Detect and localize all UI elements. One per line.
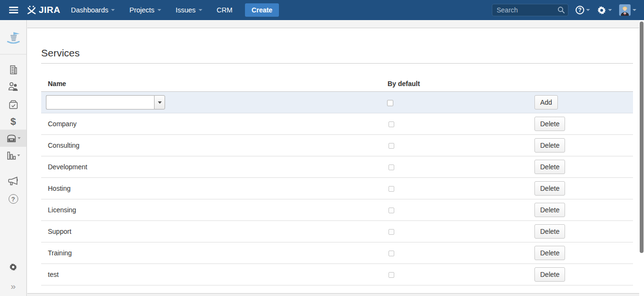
title-divider [41,63,633,64]
delete-button[interactable]: Delete [534,181,565,196]
service-name: Support [48,228,71,235]
vertical-scrollbar-thumb[interactable] [640,22,644,253]
delete-button[interactable]: Delete [534,224,565,239]
name-column-header: Name [41,80,385,88]
sidebar-item-help[interactable]: ? [0,190,26,208]
service-name: Licensing [48,206,76,214]
chevron-down-icon [111,9,115,11]
services-table-body: Company Delete Consulting Delete Develop… [41,113,633,285]
services-table: Name By default Add Com [41,76,633,285]
service-name: Company [48,120,77,128]
crm-logo-icon [5,29,22,45]
sidebar-item-products[interactable] [0,96,26,113]
service-row: test Delete [41,264,633,285]
delete-button[interactable]: Delete [534,117,565,131]
search-input[interactable] [492,4,568,16]
service-by-default-checkbox[interactable] [389,164,394,170]
service-row: Company Delete [41,113,633,135]
nav-projects[interactable]: Projects [129,6,161,14]
service-row: Development Delete [41,156,633,178]
sidebar-item-settings[interactable] [0,258,26,275]
service-row: Licensing Delete [41,199,633,221]
sidebar-item-contacts[interactable] [0,77,26,95]
service-name: Hosting [48,185,70,192]
megaphone-icon [8,176,19,186]
service-by-default-checkbox[interactable] [389,143,394,149]
crm-app-logo[interactable] [0,20,26,55]
question-icon: ? [9,194,18,204]
chevron-down-icon [633,9,636,11]
service-name: test [48,271,59,278]
table-header-row: Name By default [41,76,633,92]
help-menu[interactable]: ? [576,6,590,14]
quick-search [492,4,568,16]
delete-button[interactable]: Delete [534,203,565,217]
jira-logo[interactable]: JIRA [27,5,60,15]
new-service-by-default-checkbox[interactable] [387,100,393,106]
chevron-down-icon [608,9,612,11]
main-panel: Services Name By default Add [27,28,639,296]
drawer-icon [6,134,17,143]
add-service-row: Add [41,92,633,113]
new-service-input[interactable] [46,95,154,110]
service-by-default-checkbox[interactable] [389,251,394,256]
service-row: Training Delete [41,242,633,264]
new-service-combobox [46,95,385,110]
service-row: Support Delete [41,221,633,242]
service-name: Development [48,163,88,171]
footer-strip [27,293,639,296]
chevron-down-icon [17,154,20,156]
chevron-down-icon [158,101,162,104]
delete-button[interactable]: Delete [534,138,565,153]
dollar-icon: $ [11,116,16,127]
double-chevron-right-icon: » [11,282,16,291]
gear-icon [597,6,606,15]
jira-charlie-icon [27,5,36,15]
gear-icon [9,263,17,271]
main-navigation: Dashboards Projects Issues CRM [71,6,233,14]
navbar-right-group: ? [492,4,636,16]
service-name: Consulting [48,142,79,149]
service-by-default-checkbox[interactable] [389,121,394,127]
brand-text: JIRA [39,5,60,15]
create-button[interactable]: Create [245,3,279,17]
service-by-default-checkbox[interactable] [389,186,394,192]
crm-sidebar: $ ? » [0,20,27,296]
vertical-scrollbar-track [639,20,644,296]
sidebar-collapse-toggle[interactable]: » [0,277,26,295]
nav-issues[interactable]: Issues [176,6,202,14]
avatar [619,4,631,16]
help-icon: ? [576,6,584,14]
delete-button[interactable]: Delete [534,246,565,260]
by-default-column-header: By default [385,80,534,88]
bar-chart-icon [7,151,16,160]
hamburger-menu-icon[interactable] [0,7,27,13]
user-profile-menu[interactable] [619,4,636,16]
sidebar-item-reports[interactable] [0,147,26,164]
admin-settings-menu[interactable] [597,6,612,15]
nav-crm[interactable]: CRM [217,6,233,14]
chevron-down-icon [586,9,590,11]
service-row: Consulting Delete [41,135,633,156]
delete-button[interactable]: Delete [534,160,565,174]
service-by-default-checkbox[interactable] [389,272,394,278]
service-name: Training [48,249,72,257]
delete-button[interactable]: Delete [534,267,565,282]
sidebar-item-announcements[interactable] [0,173,26,190]
contacts-icon [8,81,19,91]
top-navbar: JIRA Dashboards Projects Issues CRM Crea… [0,0,644,20]
chevron-down-icon [157,9,161,11]
sidebar-item-directories[interactable] [0,130,26,147]
chevron-down-icon [199,9,202,11]
sidebar-item-transactions[interactable]: $ [0,113,26,130]
page-title: Services [41,28,633,59]
service-by-default-checkbox[interactable] [389,229,394,235]
service-row: Hosting Delete [41,178,633,199]
nav-dashboards[interactable]: Dashboards [71,6,115,14]
building-icon [8,65,19,75]
combobox-dropdown-button[interactable] [154,95,165,110]
product-box-icon [8,99,19,110]
sidebar-item-companies[interactable] [0,61,26,78]
service-by-default-checkbox[interactable] [389,208,394,213]
add-button[interactable]: Add [534,95,558,110]
